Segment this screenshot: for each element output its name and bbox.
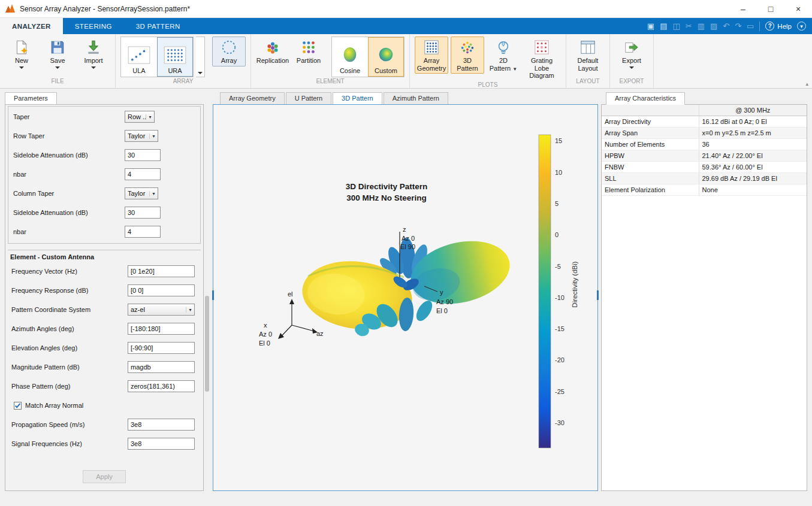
grating-lobe-button[interactable]: Grating Lobe Diagram [523, 37, 561, 81]
ribbon-tabbar: ANALYZER STEERING 3D PATTERN ▣ ▤ ◫ ✂ ▥ ▨… [0, 18, 812, 34]
field-label: Pattern Coordinate System [11, 306, 128, 313]
pattern-3d-icon [459, 39, 476, 56]
colorbar-tick: -10 [555, 294, 565, 301]
array-gallery-expand[interactable] [196, 37, 205, 77]
header-empty-cell [602, 105, 699, 116]
replication-button[interactable]: Replication [256, 37, 289, 66]
ura-button[interactable]: URA [157, 37, 193, 77]
plot-3d-pattern-button[interactable]: 3D Pattern [451, 37, 484, 74]
chevron-down-icon [629, 66, 634, 69]
save-button[interactable]: Save [41, 37, 74, 71]
match-array-normal-checkbox[interactable] [14, 402, 22, 410]
signal-frequencies-input[interactable] [128, 438, 195, 450]
array-button[interactable]: Array [212, 37, 246, 66]
row-label: FNBW [602, 162, 699, 173]
field-label: Signal Frequencies (Hz) [11, 440, 128, 447]
select-value: Taylor [125, 190, 149, 197]
elevation-angles-input[interactable] [128, 342, 195, 354]
phase-pattern-input[interactable] [128, 380, 195, 392]
colorbar-tick: 10 [555, 169, 562, 176]
directivity-3d-plot: 3D Directivity Pattern 300 MHz No Steeri… [213, 105, 597, 490]
default-layout-button[interactable]: Default Layout [571, 37, 605, 74]
chevron-down-icon: ▾ [149, 191, 158, 196]
print-icon[interactable]: ▭ [747, 22, 754, 31]
colorbar [539, 135, 551, 448]
cosine-button[interactable]: Cosine [332, 37, 368, 77]
ribbon-tab-steering[interactable]: STEERING [63, 18, 124, 34]
pattern-2d-icon [495, 39, 512, 56]
grating-lobe-icon [533, 39, 550, 56]
parameters-panel: Parameters Taper Row ...▾ Row Taper Tayl… [5, 91, 204, 491]
row-value: x=0 m y=2.5 m z=2.5 m [699, 128, 807, 139]
col-sidelobe-input[interactable] [125, 207, 161, 219]
characteristics-panel: Array Characteristics @ 300 MHz Array Di… [601, 91, 807, 491]
save-icon[interactable]: ◫ [672, 22, 680, 31]
chevron-down-icon [198, 72, 203, 74]
custom-element-icon [374, 45, 398, 65]
monitor-icon[interactable]: ▣ [647, 22, 654, 31]
element-gallery: Cosine Custom [331, 37, 405, 77]
new-button[interactable]: New [5, 37, 38, 71]
tab-azimuth-pattern[interactable]: Azimuth Pattern [384, 92, 448, 104]
splitter-handle[interactable] [212, 290, 214, 300]
partition-icon [300, 39, 317, 56]
array-geometry-button[interactable]: Array Geometry [415, 37, 448, 74]
scrollbar-thumb[interactable] [205, 296, 209, 392]
minimize-button[interactable]: – [729, 0, 757, 17]
copy-icon[interactable]: ▥ [698, 22, 705, 31]
grating-lobe-label: Grating Lobe Diagram [524, 57, 560, 80]
help-label: Help [777, 23, 792, 30]
table-row: Element Polarization None [602, 184, 807, 196]
column-taper-select[interactable]: Taylor▾ [125, 187, 158, 199]
ribbon-tab-3d-pattern[interactable]: 3D PATTERN [124, 18, 192, 34]
field-label: Phase Pattern (deg) [11, 383, 128, 390]
frequency-response-input[interactable] [128, 284, 195, 296]
apply-button[interactable]: Apply [83, 470, 126, 483]
field-label: Elevation Angles (deg) [11, 344, 128, 352]
export-label: Export [622, 57, 641, 65]
undo-icon[interactable]: ↶ [723, 22, 729, 31]
tab-3d-pattern[interactable]: 3D Pattern [333, 92, 382, 105]
taper-select[interactable]: Row ...▾ [125, 111, 155, 123]
plot-title: 3D Directivity Pattern [346, 182, 428, 191]
propagation-speed-input[interactable] [128, 419, 195, 431]
ribbon-collapse-icon[interactable]: ▾ [797, 22, 806, 31]
row-nbar-input[interactable] [125, 168, 161, 180]
gallery-icon[interactable]: ▤ [660, 22, 667, 31]
save-label: Save [50, 57, 65, 65]
ribbon-tab-analyzer[interactable]: ANALYZER [0, 18, 63, 34]
ula-button[interactable]: ULA [121, 37, 157, 77]
section-file: New Save Import FILE [0, 34, 116, 88]
new-file-icon [13, 39, 30, 56]
col-nbar-input[interactable] [125, 226, 161, 238]
close-button[interactable]: × [784, 0, 812, 17]
toolstrip-collapse-icon[interactable]: ▴ [805, 81, 808, 87]
ula-label: ULA [132, 67, 145, 74]
export-button[interactable]: Export [615, 37, 648, 71]
splitter-handle[interactable] [597, 290, 599, 300]
select-value: Row ... [125, 113, 146, 120]
colorbar-tick: 5 [555, 200, 559, 207]
partition-button[interactable]: Partition [292, 37, 325, 66]
row-sidelobe-input[interactable] [125, 149, 161, 161]
custom-button[interactable]: Custom [368, 37, 404, 77]
tab-u-pattern[interactable]: U Pattern [286, 92, 331, 104]
plot-2d-pattern-button[interactable]: 2D Pattern ▼ [487, 37, 520, 74]
tab-parameters[interactable]: Parameters [5, 92, 57, 105]
frequency-vector-input[interactable] [128, 265, 195, 277]
pattern-coordinate-select[interactable]: az-el▾ [128, 304, 195, 316]
azimuth-angles-input[interactable] [128, 323, 195, 335]
tab-array-geometry[interactable]: Array Geometry [220, 92, 285, 104]
maximize-button[interactable]: □ [757, 0, 784, 17]
paste-icon[interactable]: ▨ [710, 22, 717, 31]
tab-array-characteristics[interactable]: Array Characteristics [606, 92, 685, 105]
az-arrow-label: az [316, 330, 324, 337]
plot-canvas[interactable]: 3D Directivity Pattern 300 MHz No Steeri… [213, 104, 598, 491]
row-taper-select[interactable]: Taylor▾ [125, 130, 158, 142]
parameters-scrollbar[interactable] [204, 104, 210, 490]
cut-icon[interactable]: ✂ [686, 22, 692, 31]
help-button[interactable]: ? Help [765, 22, 792, 31]
redo-icon[interactable]: ↷ [735, 22, 741, 31]
import-button[interactable]: Import [77, 37, 110, 71]
magnitude-pattern-input[interactable] [128, 361, 195, 373]
